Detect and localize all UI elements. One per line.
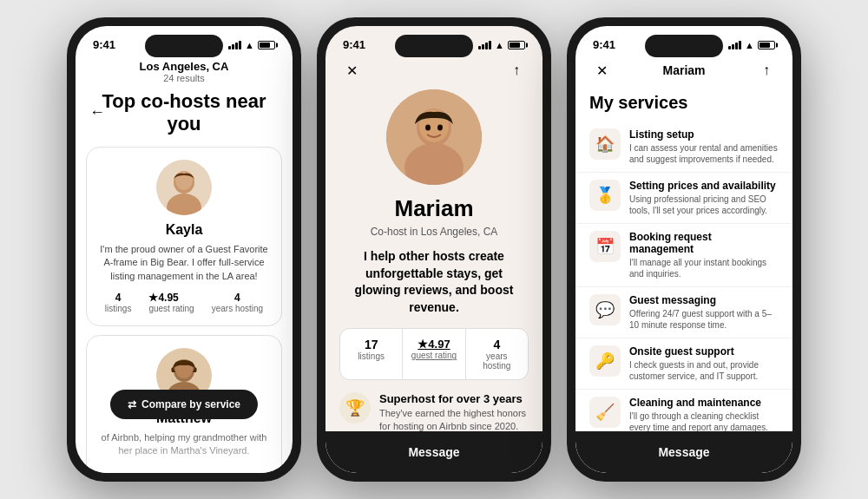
message-button-3[interactable]: Message — [575, 431, 792, 473]
battery-icon-2 — [508, 41, 525, 49]
svg-point-12 — [425, 125, 431, 131]
phone2-nav: ✕ ↑ — [326, 55, 542, 89]
services-list: 🏠 Listing setup I can assess your rental… — [575, 121, 792, 456]
pricing-icon: 🥇 — [589, 180, 621, 211]
share-button-2[interactable]: ↑ — [504, 58, 529, 82]
battery-icon-1 — [258, 41, 275, 49]
phone-2: 9:41 ▲ ✕ ↑ — [317, 17, 551, 482]
close-button-3[interactable]: ✕ — [589, 58, 614, 82]
host-desc-kayla: I'm the proud owner of a Guest Favorite … — [97, 243, 271, 283]
time-3: 9:41 — [593, 38, 615, 51]
dynamic-island-3 — [645, 35, 723, 57]
avatar-kayla — [156, 160, 212, 215]
signal-icon-2 — [478, 41, 491, 49]
service-pricing: 🥇 Setting prices and availability Using … — [575, 173, 792, 224]
stat-listings-mariam: 17 listings — [340, 329, 403, 379]
stat-rating-mariam[interactable]: ★4.97 guest rating — [403, 329, 465, 379]
dynamic-island-2 — [395, 35, 473, 57]
location-title: Los Angeles, CA — [76, 60, 293, 73]
wifi-icon-3: ▲ — [745, 40, 754, 50]
share-button-3[interactable]: ↑ — [754, 58, 779, 82]
signal-icon-3 — [728, 41, 741, 49]
status-icons-1: ▲ — [228, 40, 275, 50]
service-messaging: 💬 Guest messaging Offering 24/7 guest su… — [575, 287, 792, 338]
main-heading: Top co-hosts near you — [76, 90, 293, 136]
battery-icon-3 — [758, 41, 775, 49]
phone-3: 9:41 ▲ ✕ Mariam ↑ — [567, 17, 801, 482]
profile-name-mariam: Mariam — [326, 195, 542, 222]
signal-icon-1 — [228, 41, 241, 49]
profile-subtitle-mariam: Co-host in Los Angeles, CA — [326, 226, 542, 238]
wifi-icon-2: ▲ — [495, 40, 504, 50]
stats-row-mariam: 17 listings ★4.97 guest rating 4 years h… — [339, 328, 529, 380]
compare-icon: ⇄ — [128, 398, 136, 410]
service-onsite: 🔑 Onsite guest support I check guests in… — [575, 338, 792, 390]
cleaning-icon: 🧹 — [589, 397, 621, 428]
message-button-2[interactable]: Message — [326, 431, 542, 473]
close-button-2[interactable]: ✕ — [339, 58, 364, 82]
status-icons-2: ▲ — [478, 40, 525, 50]
stat-rating-kayla: ★4.95 guest rating — [148, 292, 194, 313]
dynamic-island-1 — [145, 35, 223, 57]
service-booking: 📅 Booking request management I'll manage… — [575, 224, 792, 287]
avatar-mariam — [386, 89, 482, 185]
wifi-icon-1: ▲ — [245, 40, 254, 50]
compare-button[interactable]: ⇄ Compare by service — [110, 390, 258, 419]
phone-1: 9:41 ▲ ← Los Angele — [67, 17, 301, 482]
phone3-header-title: Mariam — [614, 63, 754, 77]
service-listing-setup: 🏠 Listing setup I can assess your rental… — [575, 121, 792, 173]
time-1: 9:41 — [93, 38, 115, 51]
phone3-nav: ✕ Mariam ↑ — [575, 55, 792, 86]
listing-setup-icon: 🏠 — [589, 128, 621, 160]
services-heading: My services — [575, 86, 792, 121]
onsite-icon: 🔑 — [589, 345, 621, 377]
time-2: 9:41 — [343, 38, 365, 51]
svg-point-13 — [437, 125, 443, 131]
host-card-kayla[interactable]: Kayla I'm the proud owner of a Guest Fav… — [86, 147, 282, 326]
badge-superhost: 🏆 Superhost for over 3 years They've ear… — [339, 392, 529, 432]
stat-years-kayla: 4 years hosting — [212, 292, 263, 313]
host-name-kayla: Kayla — [97, 222, 271, 238]
back-button-1[interactable]: ← — [89, 103, 105, 121]
status-icons-3: ▲ — [728, 40, 775, 50]
booking-icon: 📅 — [589, 231, 621, 262]
results-count: 24 results — [76, 73, 293, 83]
messaging-icon: 💬 — [589, 294, 621, 325]
profile-bio-mariam: I help other hosts create unforgettable … — [326, 248, 542, 316]
stat-listings-kayla: 4 listings — [105, 292, 132, 313]
host-stats-kayla: 4 listings ★4.95 guest rating 4 years ho… — [97, 292, 271, 313]
superhost-icon: 🏆 — [339, 392, 371, 423]
stat-years-mariam: 4 years hosting — [466, 329, 528, 379]
